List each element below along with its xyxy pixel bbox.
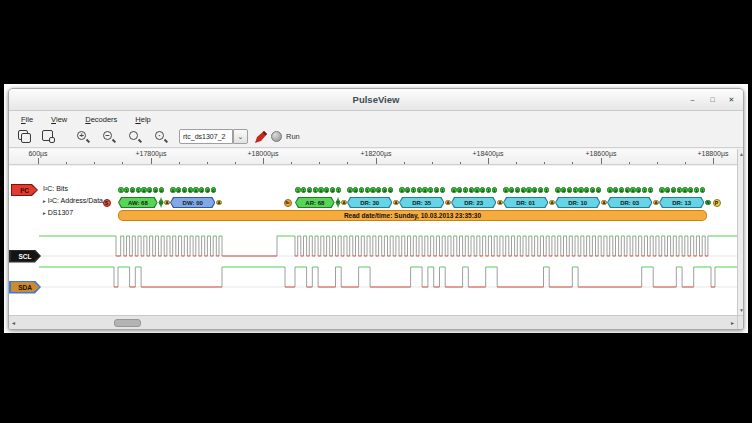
probe-icon[interactable]	[253, 129, 269, 145]
i2c-bit-annotation: 0	[159, 187, 164, 192]
minor-tick	[66, 162, 67, 166]
i2c-bit-annotation: 0	[590, 187, 595, 192]
minor-tick	[122, 162, 123, 166]
run-led-icon	[271, 131, 282, 142]
i2c-bit-annotation: 1	[411, 187, 416, 192]
i2c-bit-annotation: 0	[578, 187, 583, 192]
minimize-button[interactable]: –	[686, 94, 699, 106]
i2c-bit-annotation: 0	[665, 187, 670, 192]
ack-annotation: A	[497, 200, 502, 205]
i2c-bit-annotation: 0	[561, 187, 566, 192]
i2c-bit-annotation: 1	[136, 187, 141, 192]
time-ruler[interactable]: 600µs+17800µs+18000µs+18200µs+18400µs+18…	[9, 149, 737, 165]
i2c-bit-annotation: 0	[353, 187, 358, 192]
i2c-bit-annotation: 0	[630, 187, 635, 192]
scrollbar-corner	[737, 315, 744, 329]
i2c-bit-annotation: 0	[584, 187, 589, 192]
i2c-bit-annotation: 0	[521, 187, 526, 192]
rw-bit-annotation: W	[158, 197, 163, 208]
ruler-label: +18600µs	[585, 150, 616, 157]
expand-arrow-icon[interactable]: ▸	[43, 198, 46, 204]
title-bar[interactable]: PulseView – □ ✕	[9, 89, 743, 111]
zoom-100-icon[interactable]	[127, 129, 143, 145]
i2c-bit-annotation: 0	[613, 187, 618, 192]
i2c-bit-annotation: 1	[544, 187, 549, 192]
maximize-button[interactable]: □	[706, 94, 719, 106]
minor-tick	[685, 162, 686, 166]
toolbar: + − · rtc_ds1307_2 ⌄ Run	[9, 126, 743, 148]
ds1307-annotation-bar: Read date/time: Sunday, 10.03.2013 23:35…	[118, 210, 707, 221]
expand-arrow-icon[interactable]: ▸	[43, 210, 46, 216]
session-file-combobox[interactable]: rtc_ds1307_2	[179, 129, 233, 144]
i2c-byte-annotation: DR: 13	[659, 197, 704, 208]
i2c-bit-annotation: 1	[492, 187, 497, 192]
minor-tick	[516, 162, 517, 166]
minor-tick	[404, 162, 405, 166]
major-tick	[263, 158, 264, 165]
i2c-bit-annotation: 0	[532, 187, 537, 192]
i2c-bit-annotation: 0	[457, 187, 462, 192]
ruler-label: 600µs	[28, 150, 47, 157]
i2c-bit-annotation: 1	[463, 187, 468, 192]
i2c-byte-annotation: AW: 68	[118, 197, 158, 208]
screenshot-backdrop: PulseView – □ ✕ FileViewDecodersHelp + −…	[4, 84, 748, 333]
ack-annotation: A	[445, 200, 450, 205]
ack-annotation: A	[601, 200, 606, 205]
run-button[interactable]: Run	[271, 128, 300, 145]
scroll-right-icon[interactable]: ▸	[731, 319, 734, 326]
major-tick	[601, 158, 602, 165]
i2c-bit-annotation: 0	[555, 187, 560, 192]
zoom-out-icon[interactable]: −	[101, 129, 117, 145]
menu-item-help[interactable]: Help	[135, 115, 150, 124]
close-button[interactable]: ✕	[725, 94, 738, 106]
i2c-bit-annotation: 0	[526, 187, 531, 192]
decoder-row-label[interactable]: I²C: Bits	[43, 185, 68, 192]
i2c-byte-annotation: DR: 35	[399, 197, 444, 208]
menu-item-file[interactable]: File	[21, 115, 33, 124]
i2c-bit-annotation: 0	[636, 187, 641, 192]
chevron-down-icon[interactable]: ⌄	[233, 129, 248, 144]
decoder-row-label[interactable]: ▸I²C: Address/Data	[43, 197, 103, 204]
i2c-bit-annotation: 0	[193, 187, 198, 192]
h-scrollbar-thumb[interactable]	[114, 319, 141, 327]
i2c-bit-annotation: 0	[382, 187, 387, 192]
vertical-scrollbar[interactable]: ▲ ▼	[737, 149, 744, 315]
signal-tag-sda[interactable]: SDA	[9, 281, 41, 294]
window-title: PulseView	[9, 94, 743, 105]
i2c-bit-annotation: 0	[434, 187, 439, 192]
i2c-bit-annotation: 1	[648, 187, 653, 192]
scroll-left-icon[interactable]: ◂	[12, 319, 15, 326]
decoder-row-label[interactable]: ▸DS1307	[43, 209, 73, 216]
zoom-in-icon[interactable]: +	[75, 129, 91, 145]
menu-bar: FileViewDecodersHelp	[9, 112, 743, 126]
i2c-bit-annotation: 0	[388, 187, 393, 192]
signal-tag-scl[interactable]: SCL	[9, 250, 41, 263]
zoom-fit-icon[interactable]: ·	[153, 129, 169, 145]
new-session-icon[interactable]	[17, 129, 33, 145]
trace-view[interactable]: SSrP11010000 AW: 68 WA00000000 DW: 00A11…	[9, 166, 737, 315]
i2c-bit-annotation: 1	[313, 187, 318, 192]
major-tick	[713, 158, 714, 165]
i2c-bit-annotation: 0	[399, 187, 404, 192]
nack-annotation: N	[705, 200, 710, 205]
minor-tick	[432, 162, 433, 166]
minor-tick	[572, 162, 573, 166]
i2c-bit-annotation: 1	[118, 187, 123, 192]
horizontal-scrollbar[interactable]: ◂ ▸	[9, 315, 737, 329]
i2c-bit-annotation: 0	[515, 187, 520, 192]
ruler-label: +17800µs	[135, 150, 166, 157]
i2c-bit-annotation: 0	[182, 187, 187, 192]
minor-tick	[460, 162, 461, 166]
start-marker: S	[103, 199, 111, 207]
i2c-bit-annotation: 0	[170, 187, 175, 192]
menu-item-decoders[interactable]: Decoders	[85, 115, 117, 124]
i2c-bit-annotation: 1	[700, 187, 705, 192]
stop-marker: P	[713, 199, 721, 207]
scroll-up-icon[interactable]: ▲	[738, 151, 744, 157]
i2c-bit-annotation: 0	[451, 187, 456, 192]
ack-annotation: A	[216, 200, 221, 205]
scroll-down-icon[interactable]: ▼	[738, 307, 744, 313]
new-view-icon[interactable]	[41, 129, 57, 145]
menu-item-view[interactable]: View	[51, 115, 67, 124]
ruler-label: +18800µs	[697, 150, 728, 157]
